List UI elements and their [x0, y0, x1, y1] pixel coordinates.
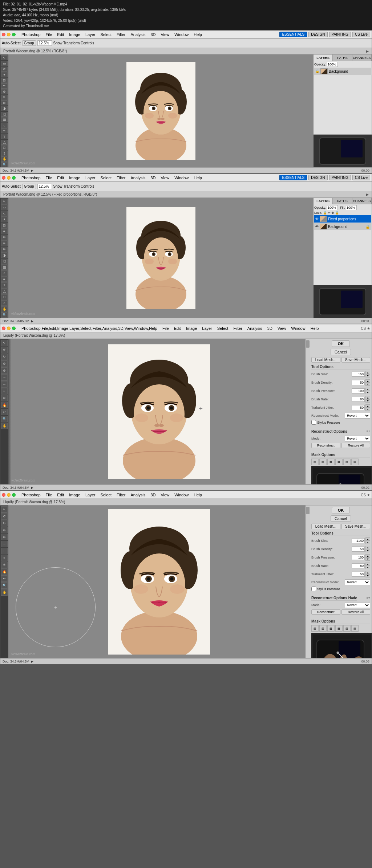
menu3-3d[interactable]: 3D: [265, 325, 275, 331]
close-button-2[interactable]: [2, 176, 5, 180]
tool3-pucker[interactable]: ⊖: [1, 360, 8, 367]
scroll-bar-v[interactable]: [306, 339, 310, 484]
tool2-eraser[interactable]: ◻: [1, 259, 8, 264]
scroll-thumb-v-4[interactable]: [306, 507, 310, 514]
scroll-bar-v-4[interactable]: [306, 505, 310, 658]
tool2-eyedrop[interactable]: ✒: [1, 228, 8, 234]
tab-layers-2[interactable]: LAYERS: [314, 198, 333, 204]
tool3-mirror[interactable]: ↔: [1, 381, 8, 388]
mask-icon-6-4[interactable]: ▤: [351, 625, 359, 632]
minimize-button-4[interactable]: [7, 493, 11, 497]
tab-paths-2[interactable]: PATHS: [333, 198, 352, 204]
brush-pressure-down-3[interactable]: ▼: [365, 391, 370, 394]
brush-rate-up-4[interactable]: ▲: [365, 563, 370, 566]
tool-move[interactable]: ↖: [1, 55, 8, 60]
brush-size-input-3[interactable]: 150: [352, 372, 365, 377]
load-mesh-4[interactable]: Load Mesh...: [311, 524, 340, 529]
tool-magic[interactable]: ✦: [1, 72, 8, 77]
tool3-move[interactable]: ↖: [1, 340, 8, 346]
tool4-forward[interactable]: ↺: [1, 513, 8, 520]
brush-density-input-3[interactable]: 50: [352, 380, 365, 385]
tool3-hand[interactable]: ✋: [1, 423, 8, 429]
group-btn-2[interactable]: Group: [22, 184, 36, 189]
tab-paths-1[interactable]: PATHS: [333, 55, 352, 61]
layer-fixed-props[interactable]: 👁 Fixed proportions: [314, 215, 371, 223]
brush-density-up-4[interactable]: ▲: [365, 546, 370, 549]
tool2-hand[interactable]: ✋: [1, 306, 8, 312]
tool2-lasso[interactable]: ⊂: [1, 211, 8, 216]
menu2-3d[interactable]: 3D: [148, 175, 158, 181]
mask-icon-5-3[interactable]: ▥: [343, 459, 351, 465]
menu3-layer[interactable]: Layer: [200, 325, 214, 331]
tool-clone[interactable]: ⊗: [1, 100, 8, 105]
tool4-mirror[interactable]: ↔: [1, 548, 8, 554]
menu3-view[interactable]: View: [275, 325, 288, 331]
menu3-window[interactable]: Window: [289, 325, 308, 331]
menu3-image[interactable]: Image: [184, 325, 199, 331]
zoom-input-1[interactable]: 12.5%: [37, 40, 52, 46]
menu-view[interactable]: View: [158, 32, 171, 37]
menu2-photoshop[interactable]: Photoshop: [19, 175, 43, 181]
save-mesh-4[interactable]: Save Mesh...: [341, 524, 371, 529]
tool2-gradient[interactable]: ▦: [1, 264, 8, 270]
tool-gradient[interactable]: ▦: [1, 117, 8, 122]
ws-design-1[interactable]: DESIGN: [308, 32, 327, 37]
tool3-turbulence[interactable]: ≈: [1, 388, 8, 395]
reconstruct-mode-select-4[interactable]: Revert: [345, 579, 370, 585]
stylus-checkbox-4[interactable]: [311, 587, 316, 591]
menu-layer[interactable]: Layer: [83, 32, 98, 37]
tool2-rect[interactable]: ▭: [1, 204, 8, 210]
tool-lasso[interactable]: ⊂: [1, 67, 8, 72]
brush-size-input-4[interactable]: 1140: [352, 538, 365, 543]
tool-history[interactable]: ◑: [1, 106, 8, 111]
mode-select-3[interactable]: Revert: [345, 436, 370, 441]
menu4-window[interactable]: Window: [172, 492, 191, 498]
ws2-design[interactable]: DESIGN: [308, 175, 327, 180]
tool-hand[interactable]: ✋: [1, 156, 8, 161]
maximize-button-4[interactable]: [12, 493, 16, 497]
menu3-edit[interactable]: Edit: [172, 325, 183, 331]
brush-size-up-4[interactable]: ▲: [365, 537, 370, 541]
menu3-filter[interactable]: Filter: [231, 325, 244, 331]
menu2-image[interactable]: Image: [67, 175, 82, 181]
tool2-type[interactable]: T: [1, 282, 8, 288]
turbulent-jitter-down-3[interactable]: ▼: [365, 408, 370, 411]
tool2-crop[interactable]: ⊡: [1, 223, 8, 228]
tool4-pucker[interactable]: ⊖: [1, 527, 8, 533]
brush-rate-down-4[interactable]: ▼: [365, 566, 370, 569]
tool2-brush[interactable]: ✏: [1, 240, 8, 246]
menu4-image[interactable]: Image: [67, 492, 82, 498]
mask-icon-1-3[interactable]: ▧: [311, 459, 319, 465]
menu4-photoshop[interactable]: Photoshop: [19, 492, 43, 498]
menu-help[interactable]: Help: [191, 32, 204, 37]
menu-edit[interactable]: Edit: [55, 32, 66, 37]
ws-cslive-1[interactable]: CS Live: [352, 32, 370, 37]
tool4-freeze[interactable]: ❄: [1, 561, 8, 568]
tool2-shape[interactable]: □: [1, 294, 8, 300]
menu4-analysis[interactable]: Analysis: [128, 492, 147, 498]
opacity-input-1[interactable]: [327, 62, 338, 67]
brush-rate-input-3[interactable]: 80: [352, 397, 365, 402]
menu2-file[interactable]: File: [44, 175, 54, 181]
tool-pen[interactable]: ✒: [1, 128, 8, 133]
tool3-bloat[interactable]: ⊕: [1, 367, 8, 374]
turbulent-jitter-up-3[interactable]: ▲: [365, 404, 370, 408]
ok-button-3[interactable]: OK: [332, 340, 350, 347]
menu2-select[interactable]: Select: [98, 175, 114, 181]
close-button-3[interactable]: [2, 327, 5, 330]
restore-all-btn-4[interactable]: Restore All: [341, 609, 371, 615]
tool4-thaw[interactable]: 🔥: [1, 568, 8, 575]
tool-heal[interactable]: ⊕: [1, 89, 8, 94]
tool-path[interactable]: △: [1, 140, 8, 145]
tool4-reconstruct[interactable]: ↩: [1, 575, 8, 582]
menu4-edit[interactable]: Edit: [55, 492, 66, 498]
maximize-button-3[interactable]: [12, 327, 16, 330]
menu4-view[interactable]: View: [158, 492, 171, 498]
brush-size-down-3[interactable]: ▼: [365, 374, 370, 377]
menu-analysis[interactable]: Analysis: [128, 32, 147, 37]
mask-icon-2-4[interactable]: ▨: [319, 625, 327, 632]
brush-density-input-4[interactable]: 50: [352, 547, 365, 552]
menu2-view[interactable]: View: [158, 175, 171, 181]
tool-brush[interactable]: ✏: [1, 95, 8, 100]
menu3-photoshop[interactable]: Photoshop,File,Edit,Image,Layer,Select,F…: [19, 325, 159, 331]
